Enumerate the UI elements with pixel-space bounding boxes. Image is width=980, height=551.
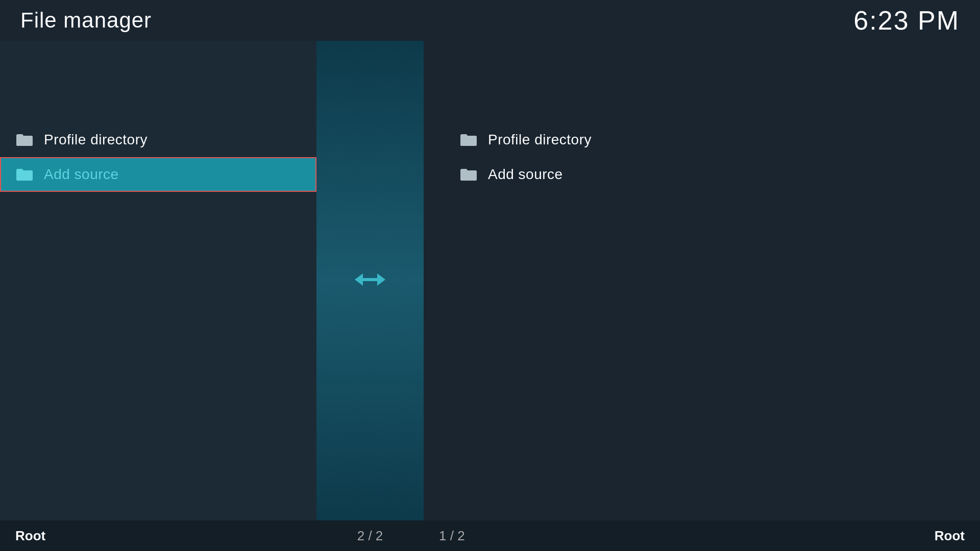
left-profile-directory-label: Profile directory <box>44 132 148 148</box>
right-panel: Profile directory Add source <box>424 41 980 520</box>
footer-left-count: 2 / 2 <box>357 528 383 544</box>
right-add-source-label: Add source <box>488 166 563 183</box>
svg-marker-1 <box>377 273 385 286</box>
footer-right: 1 / 2 Root <box>424 528 980 544</box>
right-add-source-item[interactable]: Add source <box>444 157 980 192</box>
transfer-icon <box>355 269 385 292</box>
main-content: Profile directory Add source <box>0 41 980 520</box>
right-folder-icon-add-source <box>459 167 478 182</box>
footer-right-count: 1 / 2 <box>439 528 465 544</box>
app-title: File manager <box>20 8 152 33</box>
footer-left: Root <box>0 528 316 544</box>
left-panel: Profile directory Add source <box>0 41 316 520</box>
folder-icon <box>15 133 34 147</box>
center-panel <box>316 41 424 520</box>
left-add-source-label: Add source <box>44 166 119 183</box>
footer: Root 2 / 2 1 / 2 Root <box>0 520 980 551</box>
right-profile-directory-label: Profile directory <box>488 132 592 148</box>
right-profile-directory-item[interactable]: Profile directory <box>444 122 980 157</box>
folder-icon-add-source <box>15 167 34 182</box>
time-display: 6:23 PM <box>853 5 960 36</box>
left-profile-directory-item[interactable]: Profile directory <box>0 122 316 157</box>
svg-rect-2 <box>362 278 378 281</box>
right-folder-icon-profile <box>459 133 478 147</box>
footer-right-root: Root <box>935 528 965 544</box>
header: File manager 6:23 PM <box>0 0 980 41</box>
svg-marker-0 <box>355 273 363 286</box>
footer-left-root: Root <box>15 528 45 543</box>
left-add-source-item[interactable]: Add source <box>0 157 316 192</box>
footer-center: 2 / 2 <box>316 528 424 544</box>
